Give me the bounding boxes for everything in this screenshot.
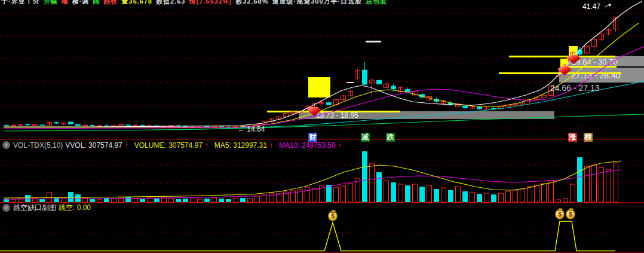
volume-indicator-name[interactable]: VOL-TDX(5,10) <box>13 141 63 150</box>
volume-bar <box>277 194 281 202</box>
candle-body <box>391 86 396 90</box>
volume-bar <box>477 194 482 202</box>
volume-bar <box>125 197 131 202</box>
volume-bar <box>219 199 224 202</box>
volume-bar <box>240 198 246 202</box>
volume-bar <box>326 185 332 202</box>
volume-bar <box>362 151 367 202</box>
volume-bar <box>384 181 389 202</box>
volume-bar <box>470 193 475 202</box>
volume-bar <box>97 199 102 202</box>
gap-band-range-label: 18.73 - 18.95 <box>316 111 358 120</box>
ma5-white <box>4 1 642 127</box>
high-mark-dash <box>366 41 381 42</box>
volume-bar <box>506 191 511 202</box>
candle-body <box>90 125 95 126</box>
gap-band-range-label: 29.84 - 30.70 <box>572 57 618 66</box>
volume-bar <box>491 194 496 202</box>
volume-bar <box>162 198 167 202</box>
volume-bar <box>154 199 160 202</box>
volume-bar <box>133 199 138 202</box>
candle-body <box>376 80 382 84</box>
volume-bar <box>148 198 152 202</box>
candle-body <box>477 107 482 109</box>
volume-bar <box>312 188 317 202</box>
volume-bar <box>419 187 425 202</box>
volume-bar <box>528 187 532 202</box>
volume-bar <box>176 199 181 202</box>
candle-body <box>75 124 81 126</box>
volume-bar <box>212 198 217 202</box>
candle-body <box>68 122 73 124</box>
volume-bar <box>198 199 203 202</box>
volume-bar <box>448 190 453 202</box>
candle-body <box>326 102 332 105</box>
volume-bar <box>112 199 116 202</box>
candle-body <box>4 125 9 126</box>
volume-bar <box>592 165 597 202</box>
volume-bar <box>140 199 145 202</box>
volume-bar <box>535 185 539 202</box>
gap-indicator-title[interactable]: 跳空缺口副图 <box>13 203 56 213</box>
volume-bar <box>255 196 260 202</box>
vvol-up-arrow-icon: ↑ <box>125 141 128 150</box>
gap-indicator-line <box>0 221 615 251</box>
volume-bar <box>391 182 396 202</box>
volume-bar <box>542 184 547 202</box>
volume-bar <box>68 192 73 202</box>
volume-bar <box>191 198 195 202</box>
panel-separator <box>0 252 644 253</box>
volume-bar <box>563 199 568 202</box>
volume-bar <box>413 184 418 202</box>
volume-bar <box>441 188 446 202</box>
candle-body <box>39 124 45 126</box>
volume-bar <box>269 193 274 202</box>
gap-support-line <box>560 66 617 68</box>
volume-bar <box>405 185 410 202</box>
vol-ma10-value: MA10: 249753.50 <box>279 141 336 150</box>
volume-bar <box>169 199 174 202</box>
volume-bar <box>119 197 124 202</box>
volume-bar <box>348 184 353 202</box>
volume-bar <box>226 199 231 202</box>
volume-bar <box>248 199 253 202</box>
volume-bar <box>499 193 504 202</box>
volume-bar <box>520 189 525 202</box>
tdx-chart-window: 于·界亚Ｔ分升幅概横·调阔跌收量35.678数值2.63情(7.6532%)数3… <box>0 0 644 253</box>
candle-body <box>462 106 468 108</box>
volume-bar <box>462 191 468 202</box>
volume-panel-header: ∨ VOL-TDX(5,10) VVOL: 307574.97 ↑ VOLUME… <box>0 140 348 150</box>
candle-body <box>54 122 59 123</box>
volume-bar <box>11 199 16 202</box>
volume-bar <box>434 189 439 202</box>
volume-bar <box>90 199 95 202</box>
stock-chart-canvas[interactable]: 29.84 - 30.7027.13 - 28.4018.73 - 18.95 <box>0 0 644 253</box>
candle-body <box>125 124 131 126</box>
gap-band-range-label: 27.13 - 28.40 <box>571 71 621 80</box>
volume-bar <box>456 187 461 202</box>
gap-panel-header: ∨ 跳空缺口副图 跳空: 0.00 <box>0 203 93 213</box>
volume-bar <box>341 186 346 202</box>
gap-indicator-value: 跳空: 0.00 <box>59 203 91 213</box>
volume-bar <box>234 199 238 202</box>
collapse-gap-panel-icon[interactable]: ∨ <box>2 204 10 212</box>
volume-bar <box>183 199 188 202</box>
volume-up-arrow-icon: ↑ <box>205 141 208 150</box>
high-mark-dash <box>346 82 354 83</box>
vol-ma5-up-arrow-icon: ↑ <box>269 141 273 150</box>
volume-bar <box>577 157 582 202</box>
volume-bar <box>75 194 81 202</box>
volume-bar <box>549 181 554 202</box>
volume-value: VOLUME: 307574.97 <box>134 141 203 150</box>
volume-bar <box>376 172 382 202</box>
volume-bar <box>334 187 339 202</box>
candle-body <box>140 125 145 126</box>
volume-bar <box>571 184 575 202</box>
volume-bar <box>398 184 403 202</box>
volume-bar <box>370 163 375 202</box>
volume-bar <box>19 198 23 202</box>
volume-bar <box>556 200 561 202</box>
volume-bar <box>606 169 611 202</box>
collapse-volume-panel-icon[interactable]: ∨ <box>2 141 10 149</box>
volume-bar <box>204 199 210 202</box>
